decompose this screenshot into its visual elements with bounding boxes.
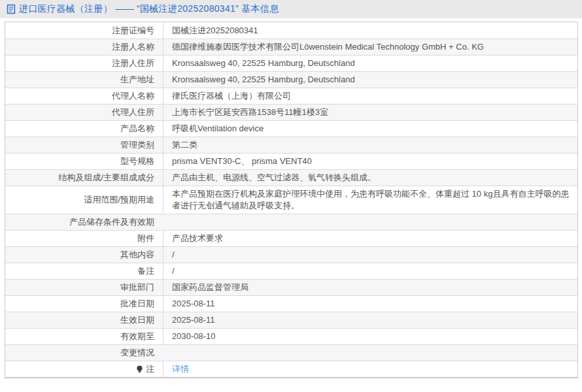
- row-value: 产品技术要求: [163, 231, 577, 246]
- row-value: 国家药品监督管理局: [163, 280, 577, 295]
- page-header: 进口医疗器械（注册） —— “国械注进20252080341” 基本信息: [0, 0, 582, 18]
- table-row: 结构及组成/主要组成成分产品由主机、电源线、空气过滤器、氧气转换头组成。: [5, 169, 577, 186]
- row-label: 结构及组成/主要组成成分: [5, 170, 163, 186]
- row-label-text: 型号规格: [120, 155, 154, 167]
- page-title: 进口医疗器械（注册） —— “国械注进20252080341” 基本信息: [19, 3, 279, 15]
- row-label: 其他内容: [5, 247, 163, 263]
- table-row: 注册证编号国械注进20252080341: [5, 22, 577, 39]
- table-row: 代理人名称律氏医疗器械（上海）有限公司: [5, 88, 577, 104]
- row-label-text: 结构及组成/主要组成成分: [58, 172, 154, 184]
- row-label-text: 注册人住所: [112, 57, 154, 69]
- row-label-text: 代理人住所: [112, 106, 154, 118]
- row-value: 德国律维施泰因医学技术有限公司Löwenstein Medical Techno…: [163, 39, 577, 55]
- table-row: 注详情: [5, 361, 577, 377]
- row-label-text: 注册证编号: [112, 25, 154, 37]
- row-value: /: [163, 247, 577, 263]
- row-label: 注: [5, 361, 163, 377]
- detail-link[interactable]: 详情: [172, 363, 189, 375]
- row-label: 代理人名称: [5, 88, 163, 104]
- row-value: 详情: [163, 361, 577, 377]
- table-row: 变更情况: [5, 344, 577, 361]
- table-row: 批准日期2025-08-11: [5, 295, 577, 312]
- row-value: [163, 345, 577, 361]
- row-value: 2030-08-10: [163, 329, 577, 344]
- row-label-text: 产品储存条件及有效期: [69, 216, 154, 228]
- table-row: 型号规格prisma VENT30-C、 prisma VENT40: [5, 153, 577, 169]
- table-row: 注册人住所Kronsaalsweg 40, 22525 Hamburg, Deu…: [5, 55, 577, 71]
- info-table: 注册证编号国械注进20252080341注册人名称德国律维施泰因医学技术有限公司…: [5, 22, 578, 378]
- row-label: 变更情况: [5, 345, 163, 361]
- row-label: 备注: [5, 263, 163, 279]
- row-label: 产品储存条件及有效期: [5, 214, 163, 230]
- table-row: 产品储存条件及有效期: [5, 214, 577, 230]
- row-label: 注册人住所: [5, 56, 163, 71]
- row-label: 注册人名称: [5, 39, 163, 55]
- row-label: 批准日期: [5, 296, 163, 312]
- document-icon: [7, 4, 16, 14]
- table-row: 附件产品技术要求: [5, 230, 577, 246]
- row-label-text: 管理类别: [120, 139, 154, 151]
- table-row: 产品名称呼吸机Ventilation device: [5, 120, 577, 137]
- row-label: 适用范围/预期用途: [5, 186, 163, 214]
- row-value: /: [163, 263, 577, 279]
- row-label-text: 生产地址: [120, 74, 154, 86]
- table-row: 其他内容/: [5, 246, 577, 263]
- row-label-text: 审批部门: [120, 282, 154, 293]
- table-row: 备注/: [5, 263, 577, 279]
- row-value: 呼吸机Ventilation device: [163, 121, 577, 137]
- row-label: 产品名称: [5, 121, 163, 137]
- row-label-text: 其他内容: [120, 249, 154, 261]
- lightbulb-icon: [136, 365, 143, 374]
- row-value: 第二类: [163, 137, 577, 153]
- table-row: 有效期至2030-08-10: [5, 328, 577, 344]
- row-label: 型号规格: [5, 154, 163, 169]
- row-value: [163, 214, 577, 230]
- row-label-text: 产品名称: [120, 123, 154, 135]
- table-row: 生产地址Kronsaalsweg 40, 22525 Hamburg, Deut…: [5, 71, 577, 88]
- row-value: 本产品预期在医疗机构及家庭护理环境中使用，为患有呼吸功能不全、体重超过 10 k…: [163, 186, 577, 214]
- row-value: Kronsaalsweg 40, 22525 Hamburg, Deutschl…: [163, 72, 577, 88]
- row-label-text: 适用范围/预期用途: [84, 194, 154, 206]
- row-label: 代理人住所: [5, 105, 163, 120]
- row-label: 有效期至: [5, 329, 163, 344]
- table-row: 审批部门国家药品监督管理局: [5, 279, 577, 295]
- table-row: 管理类别第二类: [5, 137, 577, 153]
- row-value: 产品由主机、电源线、空气过滤器、氧气转换头组成。: [163, 170, 577, 186]
- row-label-text: 附件: [137, 233, 154, 244]
- row-value: Kronsaalsweg 40, 22525 Hamburg, Deutschl…: [163, 56, 577, 71]
- row-label-text: 注册人名称: [112, 41, 154, 53]
- table-row: 生效日期2025-08-11: [5, 312, 577, 328]
- row-label: 生效日期: [5, 312, 163, 328]
- row-value: 2025-08-11: [163, 312, 577, 328]
- row-label-text: 生效日期: [120, 314, 154, 326]
- row-value: 上海市长宁区延安西路1538号11幢1楼3室: [163, 105, 577, 120]
- row-value: prisma VENT30-C、 prisma VENT40: [163, 154, 577, 169]
- table-row: 注册人名称德国律维施泰因医学技术有限公司Löwenstein Medical T…: [5, 39, 577, 55]
- row-value: 律氏医疗器械（上海）有限公司: [163, 88, 577, 104]
- row-label: 生产地址: [5, 72, 163, 88]
- row-label-text: 代理人名称: [112, 90, 154, 102]
- row-label-text: 注: [146, 363, 154, 375]
- row-label-text: 有效期至: [120, 331, 154, 342]
- row-label-text: 批准日期: [120, 298, 154, 310]
- row-label-text: 变更情况: [120, 347, 154, 359]
- row-label: 附件: [5, 231, 163, 246]
- row-value: 2025-08-11: [163, 296, 577, 312]
- row-value: 国械注进20252080341: [163, 22, 577, 39]
- table-row: 适用范围/预期用途本产品预期在医疗机构及家庭护理环境中使用，为患有呼吸功能不全、…: [5, 186, 577, 214]
- row-label: 审批部门: [5, 280, 163, 295]
- row-label-text: 备注: [137, 265, 154, 277]
- row-label: 注册证编号: [5, 22, 163, 39]
- row-label: 管理类别: [5, 137, 163, 153]
- table-row: 代理人住所上海市长宁区延安西路1538号11幢1楼3室: [5, 104, 577, 120]
